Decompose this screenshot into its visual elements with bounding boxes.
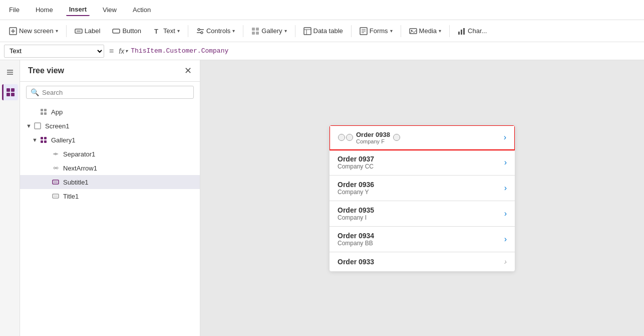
tree-item-separator1[interactable]: Separator1 — [20, 147, 200, 161]
tree-panel: Tree view ✕ 🔍 App ▼ Screen1 ▼ — [20, 60, 200, 336]
controls-button[interactable]: Controls ▾ — [191, 25, 240, 38]
first-item-content: Order 0938 Company F — [338, 131, 400, 144]
tree-item-title1[interactable]: Title1 — [20, 189, 200, 203]
charts-button[interactable]: Char... — [453, 25, 492, 38]
menu-home[interactable]: Home — [33, 4, 56, 16]
gallery-button[interactable]: Gallery ▾ — [246, 25, 291, 38]
gallery-item-0936-title: Order 0936 — [338, 181, 504, 189]
main-layout: Tree view ✕ 🔍 App ▼ Screen1 ▼ — [0, 60, 644, 336]
media-icon — [409, 27, 417, 35]
toolbar-divider-7 — [449, 25, 450, 37]
new-screen-button[interactable]: New screen ▾ — [4, 25, 63, 38]
tree-search-box[interactable]: 🔍 — [26, 86, 194, 99]
svg-rect-33 — [11, 93, 15, 96]
formula-content: ThisItem.Customer.Company — [131, 47, 228, 55]
gallery-item-0934-subtitle: Company BB — [338, 240, 504, 247]
gallery-item-0933-text: Order 0933 — [338, 258, 504, 266]
menu-action[interactable]: Action — [130, 4, 154, 16]
layers-icon-btn[interactable] — [2, 84, 18, 100]
search-icon: 🔍 — [31, 88, 39, 96]
tree-view-title: Tree view — [28, 66, 64, 75]
gallery-item-0935-text: Order 0935 Company I — [338, 206, 504, 221]
tree-close-button[interactable]: ✕ — [184, 66, 192, 75]
gallery-item-0937-title: Order 0937 — [338, 155, 504, 163]
tree-nextarrow1-label: NextArrow1 — [63, 164, 97, 172]
gallery-item-0936[interactable]: Order 0936 Company Y › — [330, 176, 515, 201]
data-table-icon — [303, 27, 311, 35]
nextarrow-icon — [52, 164, 59, 172]
tree-item-gallery1[interactable]: ▼ Gallery1 — [20, 133, 200, 147]
gallery-item-0938[interactable]: Order 0938 Company F › — [330, 125, 515, 150]
gallery-tree-icon — [40, 136, 47, 143]
gallery-item-0935-subtitle: Company I — [338, 214, 504, 221]
formula-select[interactable]: Text — [4, 45, 104, 58]
forms-button[interactable]: Forms ▾ — [355, 25, 398, 38]
formula-bar: Text = fx ▾ ThisItem.Customer.Company — [0, 42, 644, 60]
formula-fx-chevron: ▾ — [125, 48, 128, 54]
svg-rect-38 — [35, 123, 41, 129]
svg-rect-39 — [41, 137, 43, 139]
svg-rect-35 — [44, 109, 47, 111]
toolbar-divider-6 — [401, 25, 401, 37]
tree-separator1-label: Separator1 — [63, 150, 95, 158]
gallery-item-0934-title: Order 0934 — [338, 232, 504, 240]
gallery-item-0935[interactable]: Order 0935 Company I › — [330, 201, 515, 227]
gallery-item-0934-arrow: › — [504, 235, 507, 244]
hamburger-icon — [6, 68, 14, 76]
gallery-item-0934-text: Order 0934 Company BB — [338, 232, 504, 247]
label-button[interactable]: Label — [70, 25, 106, 38]
gallery-card: Order 0938 Company F › Order 0937 Compan… — [330, 125, 515, 271]
sidebar-icons — [0, 60, 20, 336]
gallery-item-0937-subtitle: Company CC — [338, 163, 504, 170]
gallery-item-0937[interactable]: Order 0937 Company CC › — [330, 150, 515, 176]
svg-rect-25 — [461, 30, 462, 35]
text-icon: T — [153, 27, 161, 35]
formula-fx[interactable]: fx ▾ — [119, 47, 128, 55]
first-item-labels: Order 0938 Company F — [356, 131, 390, 144]
hamburger-icon-btn[interactable] — [2, 64, 18, 80]
toolbar-divider-1 — [66, 25, 67, 37]
button-icon — [112, 27, 120, 35]
tree-item-subtitle1[interactable]: Subtitle1 — [20, 175, 200, 189]
svg-text:T: T — [154, 28, 158, 35]
menu-insert[interactable]: Insert — [66, 4, 90, 16]
subtitle-icon — [52, 179, 59, 186]
tree-item-nextarrow1[interactable]: NextArrow1 — [20, 161, 200, 175]
gallery-item-0933-title: Order 0933 — [338, 258, 504, 266]
svg-rect-36 — [41, 112, 43, 115]
gallery-item-0934[interactable]: Order 0934 Company BB › — [330, 227, 515, 252]
gallery-item-0933[interactable]: Order 0933 › — [330, 252, 515, 271]
svg-point-7 — [198, 29, 200, 31]
svg-point-8 — [201, 32, 203, 34]
svg-rect-42 — [44, 140, 47, 143]
data-table-button[interactable]: Data table — [298, 25, 348, 38]
svg-rect-24 — [458, 32, 460, 35]
svg-rect-37 — [44, 112, 47, 115]
button-button[interactable]: Button — [107, 25, 146, 38]
search-input[interactable] — [42, 89, 189, 96]
svg-rect-31 — [11, 88, 15, 92]
screen-icon — [34, 122, 41, 129]
text-button[interactable]: T Text ▾ — [148, 25, 185, 38]
menu-view[interactable]: View — [100, 4, 120, 16]
gallery-item-0938-title: Order 0938 — [356, 131, 390, 138]
tree-title1-label: Title1 — [63, 193, 79, 200]
circle-3 — [393, 134, 400, 141]
media-button[interactable]: Media ▾ — [404, 25, 446, 38]
svg-rect-30 — [7, 88, 10, 92]
tree-item-app[interactable]: App — [20, 105, 200, 119]
svg-rect-11 — [252, 28, 255, 31]
layers-icon — [6, 88, 15, 97]
canvas-area: Order 0938 Company F › Order 0937 Compan… — [200, 60, 644, 336]
app-icon — [40, 108, 47, 115]
circle-2 — [346, 134, 353, 141]
tree-screen1-label: Screen1 — [45, 122, 69, 130]
tree-item-screen1[interactable]: ▼ Screen1 — [20, 119, 200, 133]
circle-1 — [338, 134, 345, 141]
charts-icon — [458, 27, 466, 35]
menu-file[interactable]: File — [6, 4, 23, 16]
controls-icon — [196, 27, 204, 35]
gallery-item-0935-title: Order 0935 — [338, 206, 504, 214]
toolbar-divider-3 — [243, 25, 243, 37]
svg-rect-41 — [41, 140, 43, 143]
